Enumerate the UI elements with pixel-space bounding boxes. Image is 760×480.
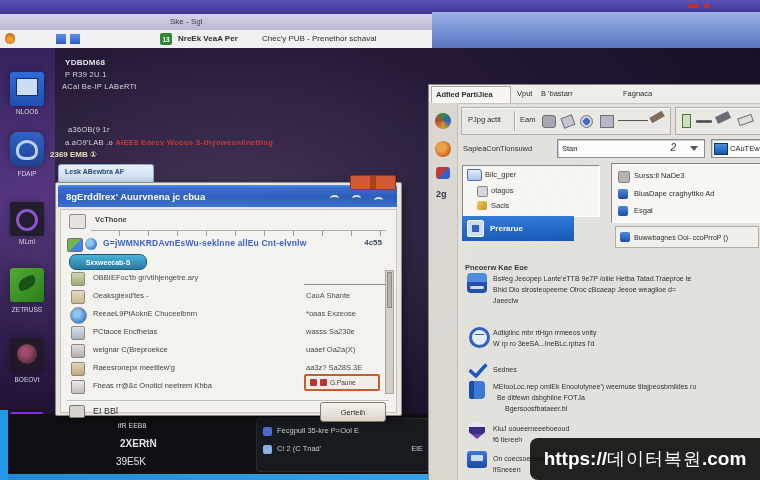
dialog-body: VcThone G=jWMNKRDAvnEsWu-seklnne allEu C… [60,209,397,413]
windows-icon[interactable] [55,33,81,45]
detail-list-panel: Surss:Il NaDe3 BluaDape craghyttko Ad Es… [611,163,760,223]
globe-color-icon[interactable] [435,113,451,129]
notification-icon [263,427,272,436]
scrollbar[interactable] [385,270,394,394]
close-button[interactable] [350,175,396,190]
tree-item[interactable]: otagos [491,186,514,195]
check-icon [468,358,488,379]
globe-icon [85,238,97,250]
drive-icon [467,451,487,468]
properties-dialog: Lesk ABewbra AF 8gErddlrex' Auurvnena jc… [55,164,400,414]
item-line: Adtiglinc mbr rtHgn rrmeeos vnity [493,327,596,338]
desktop-icon-app[interactable] [10,132,44,166]
monitor-icon [714,143,728,155]
property-row-value: *oaas Exzeose [306,309,356,318]
flame-icon[interactable] [5,33,15,44]
desktop-icon-label: BOEOVt [4,376,50,383]
book-icon [469,381,485,399]
address-text[interactable]: G=jWMNKRDAvnEsWu-seklnne allEu Cnt-elvnl… [103,238,307,248]
notification-text[interactable]: Fecgpull 35-kre P=Ool E [277,426,359,435]
scan-combobox[interactable]: Stan 2 [557,139,705,158]
desktop-note: P R39 2U.1 [65,70,107,79]
watermark-korean: 데이터복원 [607,447,702,471]
battery-icon[interactable] [682,114,691,128]
value-column-divider [304,284,386,285]
button-red-icon [320,379,327,386]
footer-text: EI BBl [93,406,118,416]
disc-icon[interactable] [580,115,593,128]
dialog-title-bar: 8gErddlrex' Auurvnena jc cbua [58,185,397,207]
desktop-icon-computer[interactable] [10,72,44,106]
menu-item-help[interactable]: Fagnaca [623,89,652,98]
item-line: Bgersoosfbataeer.bl [505,403,567,414]
item-icon [618,206,628,216]
status-pill-button[interactable]: Sxxweecab-S [69,254,147,270]
toolbar-separator [514,111,515,131]
brush-icon[interactable] [715,111,731,123]
desktop-icon-leaf[interactable] [10,268,44,302]
banner-icon [620,232,630,242]
desktop-icon-label: ZETRUSS [4,306,50,313]
shield-icon [469,421,485,439]
tree-item[interactable]: Sacis [491,201,509,210]
toolbar-label: PJpg actit [468,115,501,124]
toolbar-label: Eam [520,115,535,124]
eraser-icon[interactable] [737,114,754,127]
camera-value: CAuTEw [730,144,760,153]
section-label: Pneoerw Kae Eoe [465,263,528,272]
pen-icon[interactable] [560,114,575,128]
tree-item[interactable]: Bilc_gper [485,170,516,179]
orange-orb-icon[interactable] [435,141,451,157]
flag-icon[interactable] [436,167,450,179]
cancel-button[interactable]: Gerteih [320,402,386,422]
minimize-icon[interactable] [330,195,339,202]
menu-bar-text[interactable]: Ske - Sgl [170,17,202,26]
tree-item-selected[interactable]: Prerarue [462,216,574,241]
dialog-title: 8gErddlrex' Auurvnena jc cbua [66,191,205,202]
side-strip-label: 2g [436,189,447,199]
ok-button[interactable]: G.Paune [304,374,380,391]
item-line: Bs#eg Jeeopep Lante'eTTB 9e7P /oiiie Het… [493,273,692,284]
chevron-down-icon[interactable] [690,146,698,151]
desktop-icon-ring[interactable] [10,202,44,236]
scan-value: Stan [562,144,577,153]
property-row-value: aa3z? Sa28S.3E [306,363,362,372]
file-icon [71,290,85,304]
ok-button-label: G.Paune [330,379,356,386]
app-title: NreEk VeaA Per [178,34,238,43]
stamp-icon[interactable] [542,115,556,128]
dialog-tab[interactable]: Lesk ABewbra AF [58,164,154,184]
pencil-icon[interactable] [649,111,664,123]
menu-item-tools[interactable]: B 'bastarr [541,89,573,98]
notification-icon [263,445,272,454]
property-row-label: OBBIEFoc'tb gr/vtlhjengetre.ary [93,273,198,282]
menu-bar: Adfied PartiJiea Vput B 'bastarr Fagnaca [429,85,760,104]
maximize-icon[interactable] [352,195,361,202]
partition-icon [467,220,484,237]
save-icon[interactable] [600,115,614,128]
list-item[interactable]: Surss:Il NaDe3 [634,171,684,180]
scan-number: 2 [670,142,676,153]
window-side-strip: 2g [429,103,458,480]
item-line: MEtooLoc.nep omlEk Enoolutynee') weemuse… [493,381,696,392]
notification-text[interactable]: C! 2 (C Tnad' [277,444,321,453]
camera-combobox[interactable]: CAuTEw [711,139,760,158]
list-item[interactable]: Esgal [634,206,653,215]
item-line: Be ditfewn dsbghiine FOTJa [497,392,585,403]
tree-item-label: Prerarue [490,224,523,233]
property-row-value: wasss Sa230e [306,327,355,336]
item-line: KiuJ ooueerneeeboeoud [493,423,569,434]
menu-item-file[interactable]: Adfied PartiJiea [431,86,511,103]
notification-panel[interactable]: Fecgpull 35-kre P=Ool E C! 2 (C Tnad' El… [256,418,430,472]
list-item[interactable]: BluaDape craghyttko Ad [634,189,714,198]
scrollbar-thumb[interactable] [387,272,392,308]
desktop-icon-disc[interactable] [10,338,44,372]
item-line: ifSneeen [493,464,521,475]
property-row-label: weignar C(Breproekce [93,345,168,354]
menu-bar: Ske - Sgl [0,14,432,30]
close-icon[interactable] [374,197,383,204]
file-icon [71,380,85,394]
volume-label: VcThone [95,215,127,224]
line-icon [696,120,712,123]
menu-item-view[interactable]: Vput [517,89,532,98]
